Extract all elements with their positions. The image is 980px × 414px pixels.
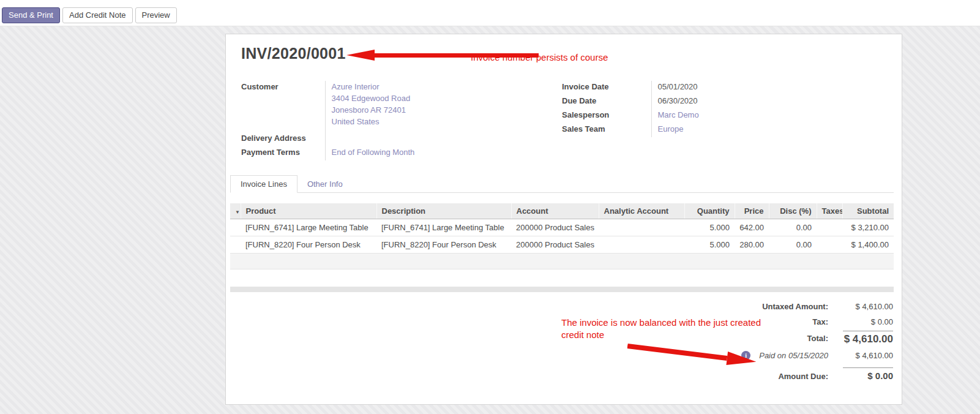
customer-label: Customer (241, 81, 325, 130)
form-background: INV/2020/0001 Invoice number persists of… (0, 26, 980, 414)
right-field-group: Invoice Date 05/01/2020 Due Date 06/30/2… (562, 81, 786, 137)
amount-due-value: $ 0.00 (843, 367, 893, 381)
tax-value: $ 0.00 (843, 317, 893, 326)
column-options-toggle[interactable]: ▼ (230, 203, 241, 219)
untaxed-amount-label: Untaxed Amount: (762, 302, 828, 311)
customer-city: Jonesboro AR 72401 (332, 104, 424, 116)
toolbar-buttons: Send & Print Add Credit Note Preview (2, 7, 177, 23)
invoice-lines-table: ▼ Product Description Account Analytic A… (230, 203, 894, 269)
invoice-date-value: 05/01/2020 (658, 82, 698, 91)
annotation-invoice-number: Invoice number persists of course (471, 51, 608, 64)
paid-value: $ 4,610.00 (843, 351, 893, 360)
caret-down-icon[interactable]: ▼ (235, 209, 240, 215)
salesperson-label: Salesperson (562, 109, 651, 123)
notebook: Invoice Lines Other Info (230, 175, 894, 193)
horizontal-scrollbar[interactable] (230, 287, 894, 292)
column-header-account[interactable]: Account (511, 203, 599, 219)
column-header-quantity[interactable]: Quantity (684, 203, 735, 219)
customer-street: 3404 Edgewood Road (332, 92, 424, 104)
delivery-address-label: Delivery Address (241, 130, 325, 146)
totals-section: Untaxed Amount: $ 4,610.00 Tax: $ 0.00 T… (685, 302, 893, 381)
paid-on-text: Paid on 05/15/2020 (759, 351, 828, 360)
total-value: $ 4,610.00 (843, 331, 893, 345)
sales-team-link[interactable]: Europe (658, 124, 684, 134)
sales-team-label: Sales Team (562, 123, 651, 137)
payment-terms-label: Payment Terms (241, 146, 325, 160)
customer-name-link[interactable]: Azure Interior (332, 81, 424, 92)
tab-other-info[interactable]: Other Info (297, 176, 353, 192)
tab-invoice-lines[interactable]: Invoice Lines (230, 175, 297, 193)
table-row[interactable]: [FURN_6741] Large Meeting Table [FURN_67… (230, 219, 894, 236)
column-header-analytic-account[interactable]: Analytic Account (599, 203, 684, 219)
top-toolbar: Send & Print Add Credit Note Preview (0, 0, 980, 26)
annotation-balanced-note: The invoice is now balanced with the jus… (561, 317, 774, 341)
customer-country: United States (332, 116, 424, 127)
tab-row: Invoice Lines Other Info (230, 175, 894, 193)
delivery-address-value (325, 130, 423, 146)
column-header-taxes[interactable]: Taxes (817, 203, 842, 219)
payment-terms-link[interactable]: End of Following Month (332, 148, 415, 157)
column-header-product[interactable]: Product (241, 203, 376, 219)
customer-address[interactable]: Azure Interior 3404 Edgewood Road Jonesb… (332, 81, 424, 127)
invoice-date-label: Invoice Date (562, 81, 651, 95)
column-header-description[interactable]: Description (376, 203, 511, 219)
table-row[interactable]: [FURN_8220] Four Person Desk [FURN_8220]… (230, 236, 894, 254)
left-field-group: Customer Azure Interior 3404 Edgewood Ro… (241, 81, 423, 160)
untaxed-amount-value: $ 4,610.00 (843, 302, 893, 311)
tax-label: Tax: (812, 317, 828, 326)
invoice-number-title: INV/2020/0001 (241, 45, 346, 62)
due-date-value: 06/30/2020 (658, 96, 698, 105)
column-header-price[interactable]: Price (735, 203, 769, 219)
column-header-subtotal[interactable]: Subtotal (842, 203, 894, 219)
column-header-disc[interactable]: Disc (%) (769, 203, 817, 219)
amount-due-label: Amount Due: (778, 372, 828, 381)
send-print-button[interactable]: Send & Print (2, 7, 60, 23)
invoice-sheet: INV/2020/0001 Invoice number persists of… (225, 34, 902, 405)
due-date-label: Due Date (562, 95, 651, 109)
total-label: Total: (807, 334, 828, 343)
preview-button[interactable]: Preview (135, 7, 177, 23)
add-credit-note-button[interactable]: Add Credit Note (62, 7, 133, 23)
salesperson-link[interactable]: Marc Demo (658, 110, 699, 119)
empty-filler-row (230, 254, 894, 269)
table-header-row: ▼ Product Description Account Analytic A… (230, 203, 894, 219)
